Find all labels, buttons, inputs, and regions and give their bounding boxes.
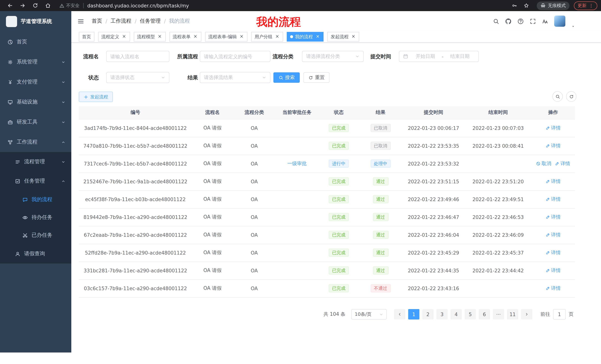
cell-end-time: 2022-01-22 23:51:20: [465, 172, 531, 190]
toggle-search-button[interactable]: [552, 91, 563, 102]
page-button-6[interactable]: 6: [479, 309, 490, 319]
detail-link[interactable]: 详情: [545, 214, 561, 220]
sidebar-item-payment[interactable]: 支付管理: [0, 72, 71, 92]
page-size-value: 10条/页: [355, 311, 371, 317]
sidebar-toggle-icon[interactable]: [77, 18, 84, 25]
browser-reload-button[interactable]: [32, 3, 38, 9]
breadcrumb-item[interactable]: 首页: [92, 18, 102, 25]
browser-menu-icon[interactable]: [589, 3, 594, 8]
sidebar-item-dev-tools[interactable]: 研发工具: [0, 112, 71, 132]
edit-icon: [545, 126, 550, 130]
sidebar-item-leave-query[interactable]: 请假查询: [0, 244, 71, 263]
font-size-icon[interactable]: [542, 18, 548, 24]
detail-link[interactable]: 详情: [545, 249, 561, 256]
page-button-11[interactable]: 11: [507, 309, 518, 319]
active-tab-dot: [290, 35, 293, 38]
header-search-icon[interactable]: [493, 18, 499, 24]
detail-link[interactable]: 详情: [545, 285, 561, 292]
tab-process-definition[interactable]: 流程定义×: [98, 32, 130, 42]
search-button[interactable]: 搜索: [273, 72, 300, 83]
tab-close-icon[interactable]: ×: [157, 34, 162, 39]
table-row: 819442e8-7b9a-11ec-a290-acde48001122OA 请…: [79, 208, 575, 226]
page-button-2[interactable]: 2: [422, 309, 433, 319]
fullscreen-icon[interactable]: [530, 18, 536, 24]
help-icon[interactable]: [517, 18, 524, 24]
sidebar-item-system[interactable]: 系统管理: [0, 52, 71, 72]
eye-icon: [22, 215, 28, 220]
tab-user-group[interactable]: 用户分组×: [251, 32, 283, 42]
browser-home-button[interactable]: [45, 3, 51, 9]
tab-process-form[interactable]: 流程表单×: [169, 32, 201, 42]
page-button-3[interactable]: 3: [436, 309, 448, 319]
tab-label: 流程表单: [173, 34, 190, 40]
status-badge: 已完成: [329, 213, 349, 221]
browser-back-button[interactable]: [7, 3, 13, 9]
detail-link-label: 详情: [551, 267, 561, 274]
breadcrumb-item[interactable]: 工作流程: [110, 18, 131, 25]
tab-close-icon[interactable]: ×: [121, 34, 127, 39]
sidebar-item-process-manage[interactable]: 流程管理: [0, 152, 71, 172]
cell-submit-time: 2022-01-22 23:46:04: [402, 226, 465, 244]
sidebar-item-done-tasks[interactable]: 已办任务: [0, 226, 71, 244]
detail-link[interactable]: 详情: [545, 178, 561, 185]
breadcrumb-item[interactable]: 任务管理: [140, 18, 161, 25]
tab-start-process[interactable]: 发起流程×: [327, 32, 359, 42]
tab-close-icon[interactable]: ×: [351, 34, 356, 39]
status-select[interactable]: 请选择状态: [106, 72, 169, 83]
detail-link[interactable]: 详情: [545, 267, 561, 274]
detail-link[interactable]: 详情: [555, 160, 570, 167]
prev-page-button[interactable]: [394, 309, 405, 319]
goto-page-input[interactable]: [553, 309, 566, 319]
browser-update-button[interactable]: 更新: [574, 1, 597, 10]
reset-button[interactable]: 重置: [303, 72, 330, 83]
next-page-button[interactable]: [521, 309, 532, 319]
sidebar-item-home[interactable]: 首页: [0, 32, 71, 52]
breadcrumb-separator: /: [135, 18, 136, 24]
column-header: 状态: [318, 106, 359, 119]
sidebar-item-my-process[interactable]: 我的流程: [0, 191, 71, 209]
bookmark-star-icon[interactable]: [524, 3, 529, 8]
tab-home[interactable]: 首页: [79, 32, 94, 42]
cell-actions: 详情: [531, 226, 575, 244]
page-size-select[interactable]: 10条/页: [351, 309, 387, 319]
result-select[interactable]: 请选择流结果: [200, 72, 270, 83]
avatar-caret-down-icon[interactable]: [571, 25, 575, 28]
process-def-input[interactable]: [204, 54, 266, 59]
address-bar[interactable]: 不安全 dashboard.yudao.iocoder.cn/bpm/task/…: [60, 2, 509, 9]
tab-my-process[interactable]: 我的流程×: [287, 32, 324, 42]
tab-close-icon[interactable]: ×: [239, 34, 244, 39]
category-select-placeholder: 请选择流程分类: [306, 53, 355, 60]
category-select[interactable]: 请选择流程分类: [302, 51, 364, 62]
detail-link[interactable]: 详情: [545, 143, 561, 149]
detail-link[interactable]: 详情: [545, 196, 561, 203]
app-title: 芋道管理系统: [21, 18, 52, 25]
submit-time-range-picker[interactable]: 开始日期 - 结束日期: [399, 51, 479, 62]
result-select-placeholder: 请选择流结果: [204, 74, 262, 81]
tab-process-form-edit[interactable]: 流程表单-编辑×: [205, 32, 248, 42]
tab-close-icon[interactable]: ×: [193, 34, 198, 39]
tab-close-icon[interactable]: ×: [315, 34, 320, 39]
sidebar-item-todo-tasks[interactable]: 待办任务: [0, 209, 71, 226]
sidebar-item-infrastructure[interactable]: 基础设施: [0, 92, 71, 112]
page-button-5[interactable]: 5: [465, 309, 476, 319]
user-avatar[interactable]: [554, 16, 565, 27]
sidebar-item-task-manage[interactable]: 任务管理: [0, 172, 71, 191]
page-button-4[interactable]: 4: [451, 309, 462, 319]
security-warning[interactable]: 不安全: [60, 2, 80, 9]
task-link[interactable]: 一级审批: [287, 160, 307, 167]
password-manager-icon[interactable]: [512, 3, 517, 8]
tab-close-icon[interactable]: ×: [275, 34, 280, 39]
start-process-button[interactable]: 发起流程: [79, 92, 113, 102]
browser-forward-button[interactable]: [20, 3, 26, 9]
page-button-1[interactable]: 1: [408, 309, 419, 319]
process-name-input[interactable]: [110, 54, 165, 59]
tab-process-model[interactable]: 流程模型×: [134, 32, 166, 42]
detail-link[interactable]: 详情: [545, 231, 561, 238]
app-logo: 芋道管理系统: [0, 11, 71, 32]
github-icon[interactable]: [505, 18, 511, 24]
refresh-table-button[interactable]: [566, 91, 576, 102]
pager-more-button[interactable]: ···: [493, 309, 504, 319]
detail-link[interactable]: 详情: [545, 125, 561, 131]
sidebar-item-workflow[interactable]: 工作流程: [0, 132, 71, 152]
cancel-link[interactable]: 取消: [536, 160, 551, 167]
